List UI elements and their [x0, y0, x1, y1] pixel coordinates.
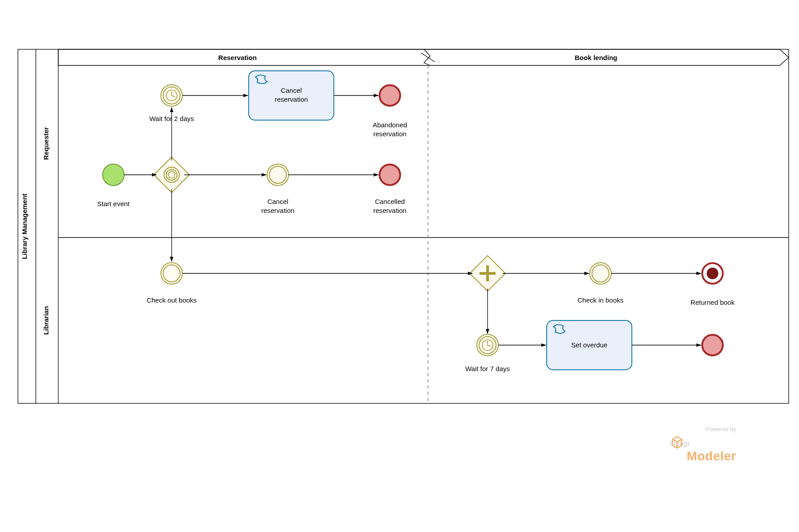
- task-cancel-reservation-label-l2: reservation: [275, 95, 308, 103]
- end-abandoned-l1: Abandoned: [373, 121, 407, 129]
- logo-icon: [669, 435, 685, 450]
- svg-point-15: [163, 265, 180, 282]
- phase-lending: Book lending: [575, 54, 618, 61]
- event-gateway[interactable]: [154, 157, 189, 192]
- timer-2days[interactable]: [161, 85, 182, 106]
- event-checkin[interactable]: [590, 263, 611, 284]
- start-event-label: Start event: [97, 200, 130, 208]
- event-cancel-l1: Cancel: [268, 198, 289, 205]
- end-cancelled[interactable]: [380, 164, 400, 185]
- pool-rect: [18, 49, 789, 403]
- end-abandoned-l2: reservation: [373, 130, 406, 138]
- end-cancelled-l2: reservation: [373, 207, 406, 214]
- event-checkin-label: Check in books: [578, 296, 624, 304]
- lane-requester-title: Requester: [42, 127, 50, 160]
- start-event[interactable]: [103, 164, 124, 186]
- footer-powered: Powered by: [705, 426, 736, 433]
- lane-librarian-title: Librarian: [42, 306, 50, 335]
- end-overdue[interactable]: [702, 335, 723, 355]
- pool-title: Library Management: [21, 194, 28, 260]
- svg-point-13: [269, 166, 286, 183]
- task-set-overdue-label: Set overdue: [571, 341, 608, 349]
- event-checkout[interactable]: [161, 263, 182, 284]
- end-abandoned[interactable]: [380, 85, 400, 106]
- end-returned[interactable]: [702, 263, 723, 284]
- footer-product: Modeler: [687, 449, 736, 463]
- bpmn-diagram: Library Management Requester Librarian R…: [0, 0, 799, 532]
- task-cancel-reservation-label-l1: Cancel: [281, 87, 302, 94]
- event-cancel-l2: reservation: [261, 207, 294, 214]
- event-checkout-label: Check out books: [147, 296, 197, 304]
- footer-logo: bizagi Modeler: [669, 435, 736, 463]
- phase-header: [58, 49, 789, 65]
- parallel-gateway[interactable]: [470, 255, 505, 291]
- timer-7days-label: Wait for 7 days: [465, 365, 510, 372]
- svg-point-22: [707, 268, 718, 279]
- phase-reservation: Reservation: [218, 54, 257, 61]
- svg-point-20: [592, 265, 609, 282]
- end-returned-label: Returned book: [691, 298, 735, 306]
- event-cancel-reservation[interactable]: [267, 164, 289, 186]
- svg-rect-3: [154, 157, 189, 192]
- timer-7days[interactable]: [477, 334, 498, 356]
- end-cancelled-l1: Cancelled: [375, 198, 405, 205]
